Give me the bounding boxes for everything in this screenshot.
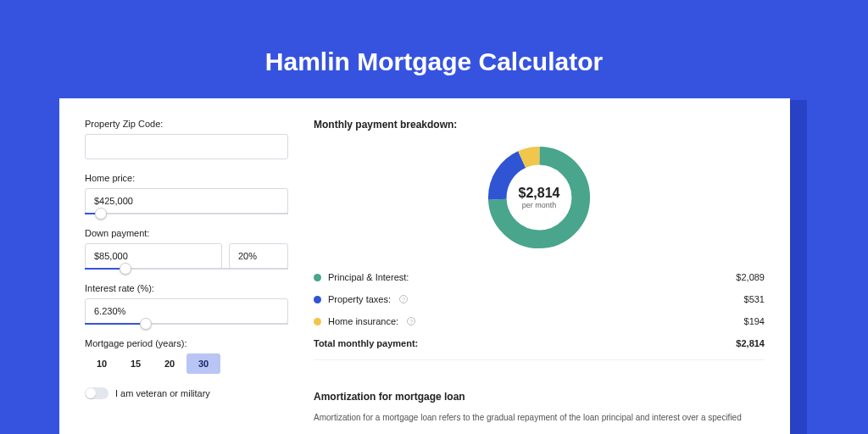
donut-subtext: per month bbox=[522, 201, 557, 209]
legend-row-taxes: Property taxes: ? $531 bbox=[314, 288, 765, 310]
down-payment-slider[interactable] bbox=[85, 268, 288, 270]
period-option-30[interactable]: 30 bbox=[186, 353, 220, 374]
veteran-label: I am veteran or military bbox=[115, 388, 210, 398]
veteran-toggle[interactable] bbox=[85, 387, 108, 399]
calculator-card: Property Zip Code: Home price: Down paym… bbox=[59, 98, 790, 434]
donut-amount: $2,814 bbox=[519, 186, 560, 201]
card-shadow: Property Zip Code: Home price: Down paym… bbox=[61, 100, 807, 434]
legend-row-total: Total monthly payment: $2,814 bbox=[314, 332, 765, 354]
info-icon[interactable]: ? bbox=[399, 295, 408, 303]
home-price-slider[interactable] bbox=[85, 213, 288, 214]
amortization-title: Amortization for mortgage loan bbox=[314, 391, 765, 403]
legend-value: $194 bbox=[744, 316, 765, 326]
total-label: Total monthly payment: bbox=[314, 338, 418, 348]
home-price-label: Home price: bbox=[85, 173, 288, 183]
period-option-15[interactable]: 15 bbox=[119, 353, 153, 374]
zip-group: Property Zip Code: bbox=[85, 119, 288, 159]
toggle-knob bbox=[86, 388, 96, 398]
veteran-toggle-row: I am veteran or military bbox=[85, 387, 288, 399]
amortization-text: Amortization for a mortgage loan refers … bbox=[314, 411, 765, 424]
down-payment-label: Down payment: bbox=[85, 228, 288, 238]
legend-value: $2,089 bbox=[736, 272, 765, 282]
legend-dot-icon bbox=[314, 296, 321, 303]
page-title: Hamlin Mortgage Calculator bbox=[0, 0, 868, 76]
legend-label: Property taxes: bbox=[328, 294, 391, 304]
input-column: Property Zip Code: Home price: Down paym… bbox=[85, 119, 288, 434]
down-payment-percent-input[interactable] bbox=[229, 243, 288, 269]
period-group: Mortgage period (years): 10 15 20 30 bbox=[85, 338, 288, 374]
interest-rate-input[interactable] bbox=[85, 298, 288, 324]
legend-label: Principal & Interest: bbox=[328, 272, 409, 282]
donut-chart-wrap: $2,814 per month bbox=[314, 142, 765, 253]
interest-rate-label: Interest rate (%): bbox=[85, 283, 288, 293]
donut-center: $2,814 per month bbox=[484, 142, 594, 253]
legend-row-principal: Principal & Interest: $2,089 bbox=[314, 266, 765, 288]
period-label: Mortgage period (years): bbox=[85, 338, 288, 348]
slider-thumb[interactable] bbox=[95, 208, 107, 220]
zip-label: Property Zip Code: bbox=[85, 119, 288, 129]
legend-row-insurance: Home insurance: ? $194 bbox=[314, 310, 765, 332]
interest-rate-slider[interactable] bbox=[85, 323, 288, 325]
total-value: $2,814 bbox=[736, 338, 765, 348]
legend-dot-icon bbox=[314, 318, 321, 326]
period-option-10[interactable]: 10 bbox=[85, 353, 119, 374]
home-price-input[interactable] bbox=[85, 188, 288, 214]
slider-thumb[interactable] bbox=[140, 318, 152, 330]
legend-dot-icon bbox=[314, 274, 321, 281]
legend-label: Home insurance: bbox=[328, 316, 398, 326]
period-option-20[interactable]: 20 bbox=[153, 353, 186, 374]
breakdown-column: Monthly payment breakdown: $2,814 per mo… bbox=[314, 119, 765, 434]
period-options: 10 15 20 30 bbox=[85, 353, 288, 374]
down-payment-group: Down payment: bbox=[85, 228, 288, 270]
slider-thumb[interactable] bbox=[120, 263, 131, 275]
home-price-group: Home price: bbox=[85, 173, 288, 214]
info-icon[interactable]: ? bbox=[407, 317, 415, 326]
down-payment-amount-input[interactable] bbox=[85, 243, 222, 269]
donut-chart: $2,814 per month bbox=[484, 142, 594, 253]
interest-rate-group: Interest rate (%): bbox=[85, 283, 288, 325]
divider bbox=[314, 359, 765, 360]
amortization-section: Amortization for mortgage loan Amortizat… bbox=[314, 377, 765, 424]
legend-value: $531 bbox=[744, 294, 765, 304]
zip-input[interactable] bbox=[85, 134, 288, 159]
breakdown-title: Monthly payment breakdown: bbox=[314, 119, 765, 131]
